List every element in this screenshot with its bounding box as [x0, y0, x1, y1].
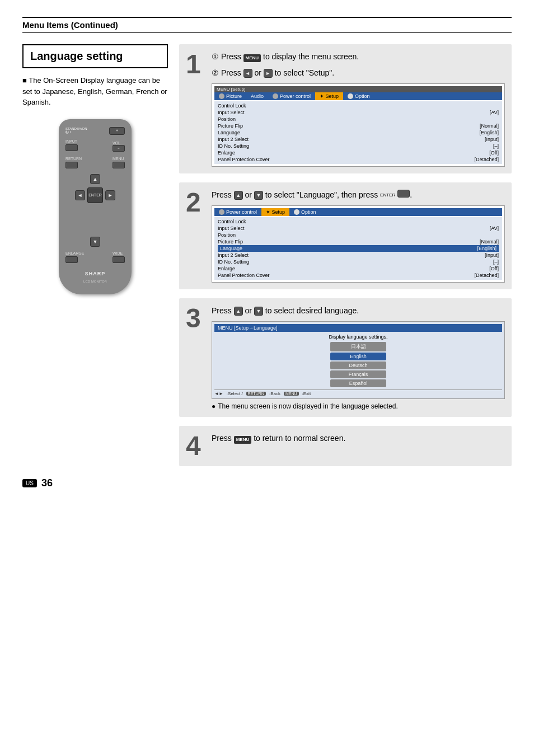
menu2-row-input-select: Input Select[AV] — [218, 225, 499, 232]
brand-name: SHARP — [85, 271, 106, 276]
wide-label: WIDE — [113, 251, 125, 255]
left-arrow-icon: ◄ — [243, 69, 252, 78]
return-btn — [65, 162, 78, 168]
step-1-menu-screen: MENU [Setup] Picture Audio Power control — [212, 83, 505, 167]
remote-input-vol-row: INPUT VOL − — [65, 139, 125, 153]
step-4-content: Press MENU to return to normal screen. — [212, 433, 505, 459]
step-2-content: Press ▲ or ▼ to select "Language", then … — [212, 189, 505, 283]
menu-btn — [113, 162, 125, 168]
tab-option: Option — [343, 92, 374, 100]
footer-menu-btn: MENU — [284, 392, 299, 396]
down-arrow-btn: ▼ — [90, 237, 100, 247]
menu2-row-idno: ID No. Setting[–] — [218, 259, 499, 265]
main-layout: Language setting ■ The On-Screen Display… — [22, 44, 512, 466]
option-icon — [348, 93, 353, 99]
tab2-setup-active: ✦ Setup — [261, 208, 289, 216]
left-column: Language setting ■ The On-Screen Display… — [22, 44, 168, 466]
up-arrow-icon-2: ▲ — [234, 191, 243, 200]
lang-btn-japanese: 日本語 — [330, 342, 386, 351]
lang-menu-footer: ◄► :Select / RETURN :Back MENU :Exit — [214, 389, 502, 396]
menu-label: MENU — [113, 157, 125, 161]
lang-btn-deutsch: Deutsch — [330, 361, 386, 369]
step-2-menu-screen: Power control ✦ Setup Option Control Loc… — [212, 205, 505, 283]
menu-row-input2: Input 2 Select[Input] — [218, 136, 499, 143]
up-arrow-icon-3: ▲ — [234, 307, 243, 316]
enlarge-btn — [65, 256, 78, 263]
menu2-row-language-highlight: Language[English] — [218, 245, 499, 252]
tab2-power-control: Power control — [214, 208, 261, 216]
lang-btn-espanol: Español — [330, 379, 386, 387]
down-arrow-icon-2: ▼ — [254, 191, 263, 200]
up-arrow-btn: ▲ — [90, 174, 100, 184]
menu-key-label-4: MENU — [234, 436, 252, 444]
lang-menu-title: MENU [Setup→Language] — [214, 324, 502, 332]
menu2-row-panel: Panel Protection Cover[Detached] — [218, 272, 499, 279]
lang-btn-francais: Français — [330, 370, 386, 378]
power2-icon — [219, 209, 224, 215]
brand-sub: LCD MONITOR — [83, 280, 107, 283]
step-2-instruction: Press ▲ or ▼ to select "Language", then … — [212, 189, 505, 201]
step-3-content: Press ▲ or ▼ to select desired language.… — [212, 305, 505, 410]
step-1-number: 1 — [186, 51, 206, 167]
menu-row-idno: ID No. Setting[–] — [218, 143, 499, 149]
region-badge: US — [22, 479, 37, 487]
lang-btn-english: English — [330, 353, 386, 360]
menu-row-panel: Panel Protection Cover[Detached] — [218, 156, 499, 163]
tab-setup-active: ✦ Setup — [315, 92, 343, 100]
menu-tabs-1: Picture Audio Power control ✦ Setup Op — [214, 92, 502, 100]
menu2-row-control-lock: Control Lock — [218, 218, 499, 225]
enter-key-icon — [397, 190, 410, 198]
step-4-instruction: Press MENU to return to normal screen. — [212, 433, 505, 444]
menu-row-position: Position — [218, 116, 499, 123]
tab2-option: Option — [289, 208, 321, 216]
step-3-number: 3 — [186, 305, 206, 410]
tab-audio: Audio — [246, 92, 268, 100]
remote-control: STANDBY/ON⏻ I + INPUT VOL − — [59, 119, 132, 294]
menu2-row-picture-flip: Picture Flip[Normal] — [218, 238, 499, 245]
footer-back-label: :Back — [269, 391, 280, 396]
menu2-row-input2: Input 2 Select[Input] — [218, 252, 499, 259]
footer-exit-label: :Exit — [302, 391, 311, 396]
menu-header-label: MENU [Setup] — [214, 86, 502, 92]
menu-rows-2: Control Lock Input Select[AV] Position P… — [214, 217, 502, 280]
step-1-instruction-b: ② Press ◄ or ► to select "Setup". — [212, 67, 505, 79]
down-arrow-icon-3: ▼ — [254, 307, 263, 316]
remote-center: ◄ ENTER ► — [74, 190, 116, 231]
step-3-instruction: Press ▲ or ▼ to select desired language. — [212, 305, 505, 317]
step-2-box: 2 Press ▲ or ▼ to select "Language", the… — [179, 182, 512, 289]
page-footer: US 36 — [22, 477, 512, 489]
option2-icon — [294, 209, 299, 215]
step-4-number: 4 — [186, 433, 206, 459]
right-column: 1 ① Press MENU to display the menu scree… — [179, 44, 512, 466]
menu-tabs-2: Power control ✦ Setup Option — [214, 208, 502, 216]
vol-label: VOL — [113, 141, 125, 145]
step-1-box: 1 ① Press MENU to display the menu scree… — [179, 44, 512, 173]
menu-row-language: Language[English] — [218, 129, 499, 136]
return-label: RETURN — [65, 157, 82, 161]
footer-arrow-icon: ◄► — [214, 391, 223, 396]
remote-top-row: STANDBY/ON⏻ I + — [65, 127, 125, 135]
page-number: 36 — [41, 477, 53, 489]
section-description: ■ The On-Screen Display language can be … — [22, 75, 168, 108]
menu-row-enlarge: Enlarge[Off] — [218, 149, 499, 156]
menu2-row-enlarge: Enlarge[Off] — [218, 265, 499, 272]
menu-rows-1: Control Lock Input Select[AV] Position P… — [214, 101, 502, 164]
menu-row-input-select: Input Select[AV] — [218, 109, 499, 116]
power-icon — [273, 93, 278, 99]
remote-bottom-row: ENLARGE WIDE — [65, 251, 125, 265]
enlarge-label: ENLARGE — [65, 251, 84, 255]
standby-label: STANDBY/ON⏻ I — [65, 127, 87, 135]
input-label: INPUT — [65, 139, 78, 143]
header-title: Menu Items (Continued) — [22, 20, 118, 30]
step-4-box: 4 Press MENU to return to normal screen. — [179, 426, 512, 466]
tab-power-control: Power control — [268, 92, 315, 100]
step-1-instruction-a: ① Press MENU to display the menu screen. — [212, 51, 505, 63]
footer-return-btn: RETURN — [246, 392, 266, 396]
section-title: Language setting — [22, 44, 168, 68]
tab-picture: Picture — [214, 92, 246, 100]
picture-icon — [219, 93, 224, 99]
step-3-note: The menu screen is now displayed in the … — [212, 402, 505, 410]
step-2-number: 2 — [186, 189, 206, 283]
footer-select-label: :Select / — [227, 391, 243, 396]
enter-btn: ENTER — [87, 187, 103, 203]
